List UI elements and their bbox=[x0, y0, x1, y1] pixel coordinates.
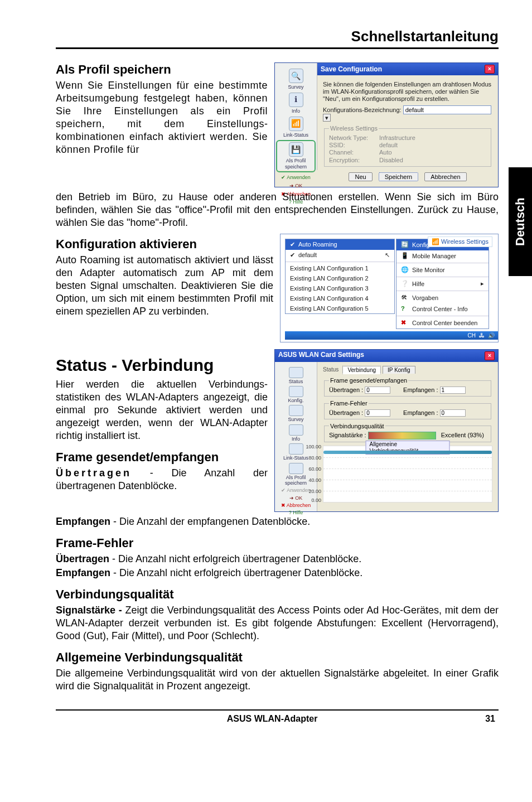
dlg1-titlebar: Save Configuration × bbox=[317, 63, 498, 75]
link-status-icon bbox=[289, 443, 303, 455]
group-title: Frame-Fehler bbox=[329, 400, 369, 407]
menu-item-config2[interactable]: Existing LAN Configuration 2 bbox=[286, 273, 394, 283]
close-icon[interactable]: × bbox=[485, 351, 495, 360]
sidebar-label: OK bbox=[295, 183, 302, 189]
dropdown-arrow-icon[interactable]: ▾ bbox=[323, 114, 331, 122]
menu-item-mobile-manager[interactable]: 📱Mobile Manager bbox=[396, 250, 489, 262]
activate-icon: 🔄 bbox=[401, 241, 409, 249]
ytick: 80.00 bbox=[304, 455, 321, 461]
survey-icon bbox=[289, 405, 303, 416]
menu-item-config3[interactable]: Existing LAN Configuration 3 bbox=[286, 283, 394, 293]
close-icon[interactable]: × bbox=[485, 65, 495, 74]
label: Empfangen : bbox=[403, 409, 438, 416]
wireless-settings-group: Wireless Settings Network Type:Infrastru… bbox=[324, 125, 491, 167]
sec5-heading: Frame-Fehler bbox=[56, 536, 499, 550]
menu-item-config1[interactable]: Existing LAN Configuration 1 bbox=[286, 263, 394, 273]
sidebar-label: Survey bbox=[288, 84, 303, 90]
dlg1-sidebar: 🔍 Survey ℹ Info 📶 Link-Status 💾 Als Prof… bbox=[275, 63, 317, 170]
ytick: 40.00 bbox=[304, 477, 321, 483]
status-icon bbox=[289, 367, 303, 378]
sec5-line1: Übertragen - Die Anzahl nicht erfolgreic… bbox=[56, 553, 499, 566]
sidebar-label: Als Profil speichern bbox=[285, 158, 307, 170]
menu-item-prefs[interactable]: 🛠Vorgaben bbox=[396, 292, 489, 303]
quality-line bbox=[323, 451, 492, 454]
sidebar-item-apply[interactable]: ✔ Anwenden bbox=[276, 175, 316, 181]
value: default bbox=[379, 142, 398, 148]
quality-group: Verbindungsqualität Signalstärke : Excel… bbox=[324, 423, 491, 443]
menu-item-cc-info[interactable]: ?Control Center - Info bbox=[396, 303, 489, 315]
definition: - Die Anzahl nicht erfolgreich übertrage… bbox=[110, 567, 362, 578]
term: Signalstärke - bbox=[56, 605, 122, 616]
label: Channel: bbox=[329, 149, 379, 156]
save-button[interactable]: Speichern bbox=[379, 172, 419, 181]
sidebar-item-config[interactable]: Konfig. bbox=[276, 386, 316, 403]
sidebar-item-info[interactable]: ℹ Info bbox=[276, 93, 316, 114]
group-title: Frame gesendet/empfangen bbox=[329, 377, 408, 384]
rxe-value bbox=[440, 409, 466, 417]
system-tray: CH 🖧 🔊 bbox=[285, 331, 498, 340]
tab-status-label-prefix: Status bbox=[323, 366, 338, 373]
sidebar-item-linkstatus[interactable]: 📶 Link-Status bbox=[276, 117, 316, 138]
menu-item-exit[interactable]: ✖Control Center beenden bbox=[396, 317, 489, 328]
sec5-line2: Empfangen - Die Anzahl nicht erfolgreich… bbox=[56, 567, 499, 579]
info-icon bbox=[289, 424, 303, 436]
tray-lang: CH bbox=[468, 332, 476, 339]
menu-item-help[interactable]: ❔Hilfe▸ bbox=[396, 278, 489, 289]
definition: - Die Anzahl nicht erfolgreich übertrage… bbox=[109, 553, 361, 564]
dlg2-titlebar: ASUS WLAN Card Settings × bbox=[275, 350, 498, 362]
label: Empfangen : bbox=[403, 386, 438, 393]
menu-item-site-monitor[interactable]: 🌐Site Monitor bbox=[396, 264, 489, 276]
sidebar-item-survey[interactable]: Survey bbox=[276, 405, 316, 422]
tray-network-icon: 🖧 bbox=[479, 332, 485, 339]
frame-error-group: Frame-Fehler Übertragen : Empfangen : bbox=[324, 400, 491, 419]
profile-menu: ✔ Auto Roaming ✔ default ↖ Existing LAN … bbox=[285, 239, 395, 314]
save-icon: 💾 bbox=[289, 142, 303, 157]
menu-item-config5[interactable]: Existing LAN Configuration 5 bbox=[286, 303, 394, 313]
menu-item-default[interactable]: ✔ default ↖ bbox=[286, 250, 394, 260]
sidebar-label: Link-Status bbox=[283, 132, 308, 138]
sidebar-item-info[interactable]: Info bbox=[276, 424, 316, 442]
sec7-para: Die allgemeine Verbindungsqualität wird … bbox=[56, 667, 499, 693]
tab-ipconfig[interactable]: IP Konfig bbox=[383, 366, 415, 374]
mobile-icon: 📱 bbox=[401, 252, 409, 260]
info-icon: ℹ bbox=[289, 93, 303, 107]
value: Infrastructure bbox=[379, 134, 415, 141]
dlg1-title: Save Configuration bbox=[321, 65, 382, 73]
tab-bar: Status Verbindung IP Konfig bbox=[323, 365, 492, 374]
value: Auto bbox=[379, 149, 392, 156]
doc-title: Schnellstartanleitung bbox=[56, 28, 499, 45]
language-tab: Deutsch bbox=[509, 167, 532, 276]
sidebar-label: Anwenden bbox=[287, 175, 311, 180]
sidebar-item-status[interactable]: Status bbox=[276, 367, 316, 384]
title-rule bbox=[56, 47, 499, 49]
label: Network Type: bbox=[329, 134, 379, 142]
term: Übertragen bbox=[56, 553, 109, 564]
label: Übertragen : bbox=[329, 409, 363, 416]
sec6-heading: Verbindungsqualität bbox=[56, 587, 499, 602]
cursor-icon: ↖ bbox=[385, 252, 390, 259]
sec7-heading: Allgemeine Verbindungsqualität bbox=[56, 650, 499, 665]
definition: Zeigt die Verbindungsqualität des Access… bbox=[56, 605, 499, 641]
quality-chart: Allgemeine Verbindungsqualität 100.00 80… bbox=[323, 446, 492, 503]
sidebar-item-survey[interactable]: 🔍 Survey bbox=[276, 69, 316, 90]
new-button[interactable]: Neu bbox=[349, 172, 372, 181]
sidebar-item-save-profile[interactable]: 💾 Als Profil speichern bbox=[276, 140, 316, 172]
menu-item-auto-roaming[interactable]: ✔ Auto Roaming bbox=[286, 239, 394, 250]
term: Empfangen bbox=[56, 516, 110, 527]
sidebar-item-ok[interactable]: ➜ OK bbox=[276, 183, 316, 189]
cancel-button[interactable]: Abbrechen bbox=[424, 172, 466, 181]
label: Übertragen : bbox=[329, 386, 363, 393]
prefs-icon: 🛠 bbox=[401, 294, 409, 302]
signal-bar bbox=[368, 432, 436, 439]
config-name-input[interactable] bbox=[403, 105, 491, 114]
definition: - Die Anzahl der empfangenen Datenblöcke… bbox=[110, 516, 310, 527]
ytick: 20.00 bbox=[304, 489, 321, 494]
save-config-dialog: 🔍 Survey ℹ Info 📶 Link-Status 💾 Als Prof… bbox=[274, 62, 499, 187]
dlg1-desc: Sie können die folgenden Einstellungen a… bbox=[323, 81, 492, 103]
status-dialog: ASUS WLAN Card Settings × Status Konfig.… bbox=[274, 349, 499, 512]
label: Signalstärke : bbox=[329, 432, 366, 438]
config-name-label: Konfigurations-Bezeichnung: bbox=[323, 107, 402, 113]
tab-connection[interactable]: Verbindung bbox=[342, 366, 381, 375]
submenu-arrow-icon: ▸ bbox=[481, 280, 484, 287]
menu-item-config4[interactable]: Existing LAN Configuration 4 bbox=[286, 293, 394, 303]
